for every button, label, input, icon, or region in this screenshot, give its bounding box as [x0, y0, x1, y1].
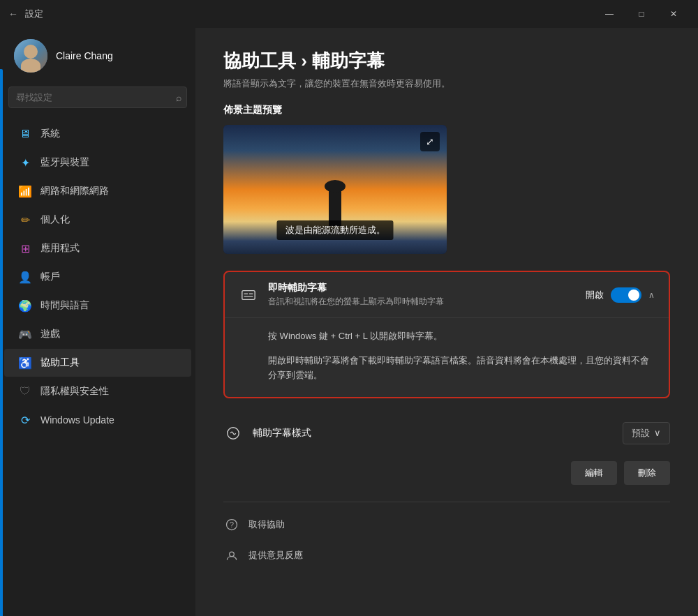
svg-rect-0	[242, 290, 255, 299]
avatar-image	[14, 39, 47, 73]
sidebar-item-label: 藍牙與裝置	[40, 156, 89, 169]
gaming-icon: 🎮	[18, 327, 32, 341]
close-button[interactable]: ✕	[658, 0, 690, 28]
shortcut-text: 按 Windows 鍵 + Ctrl + L 以開啟即時字幕。	[268, 329, 655, 344]
sidebar-item-accessibility[interactable]: ♿ 協助工具	[4, 349, 191, 377]
captions-description: 音訊和視訊將在您的螢幕上顯示為即時輔助字幕	[268, 296, 444, 308]
dropdown-chevron-icon: ∨	[654, 428, 661, 438]
search-input[interactable]	[8, 87, 187, 108]
toggle-label: 開啟	[586, 289, 604, 301]
page-subtitle: 將語音顯示為文字，讓您的裝置在無音效時更容易使用。	[223, 77, 670, 90]
get-help-label: 取得協助	[248, 518, 285, 531]
captions-header-left: 即時輔助字幕 音訊和視訊將在您的螢幕上顯示為即時輔助字幕	[239, 282, 444, 308]
svg-point-7	[230, 552, 235, 557]
get-help-link[interactable]: ? 取得協助	[223, 509, 670, 540]
theme-preview: 波是由能源流動所造成。 ⤢	[223, 125, 447, 254]
accessibility-icon: ♿	[18, 356, 32, 370]
profile-area[interactable]: Claire Chang	[0, 28, 195, 87]
sidebar-item-label: 協助工具	[40, 356, 80, 369]
captions-title-block: 即時輔助字幕 音訊和視訊將在您的螢幕上顯示為即時輔助字幕	[268, 282, 444, 308]
sidebar-item-label: 帳戶	[40, 271, 60, 283]
sidebar-item-personal[interactable]: ✏ 個人化	[4, 206, 191, 234]
maximize-button[interactable]: □	[625, 0, 658, 28]
update-icon: ⟳	[18, 413, 32, 427]
sidebar-item-bluetooth[interactable]: ✦ 藍牙與裝置	[4, 149, 191, 176]
main-layout: Claire Chang ⌕ 🖥 系統 ✦ 藍牙與裝置 📶 網路和網際網路 ✏	[0, 28, 698, 616]
sidebar-item-apps[interactable]: ⊞ 應用程式	[4, 234, 191, 262]
account-icon: 👤	[18, 270, 32, 284]
svg-text:?: ?	[230, 520, 234, 529]
captions-icon	[239, 285, 258, 305]
sidebar-item-gaming[interactable]: 🎮 遊戲	[4, 320, 191, 348]
sidebar-item-label: 網路和網際網路	[40, 185, 109, 197]
sidebar-item-label: 遊戲	[40, 328, 60, 340]
feedback-link[interactable]: 提供意見反應	[223, 540, 670, 571]
style-title: 輔助字幕樣式	[253, 427, 311, 440]
captions-header[interactable]: 即時輔助字幕 音訊和視訊將在您的螢幕上顯示為即時輔助字幕 開啟 ∧	[225, 272, 669, 317]
page-breadcrumb: 協助工具 › 輔助字幕	[223, 49, 670, 73]
time-icon: 🌍	[18, 299, 32, 313]
captions-header-right: 開啟 ∧	[586, 287, 655, 303]
info-text: 開啟即時輔助字幕將會下載即時輔助字幕語言檔案。語音資料將會在本機處理，且您的資料…	[268, 354, 655, 383]
sidebar-item-update[interactable]: ⟳ Windows Update	[4, 406, 191, 434]
active-indicator	[0, 69, 3, 617]
title-bar: ← 設定 — □ ✕	[0, 0, 698, 28]
apps-icon: ⊞	[18, 241, 32, 255]
sidebar-item-label: 應用程式	[40, 242, 80, 255]
sidebar-item-label: 隱私權與安全性	[40, 385, 109, 398]
privacy-icon: 🛡	[18, 384, 32, 398]
sidebar-item-network[interactable]: 📶 網路和網際網路	[4, 177, 191, 205]
caption-overlay: 波是由能源流動所造成。	[277, 220, 394, 240]
sidebar-item-label: Windows Update	[40, 414, 114, 426]
caption-style-row: 輔助字幕樣式 預設 ∨	[223, 412, 670, 454]
live-captions-card: 即時輔助字幕 音訊和視訊將在您的螢幕上顯示為即時輔助字幕 開啟 ∧ 按 Wind…	[223, 271, 670, 398]
edit-button[interactable]: 編輯	[571, 461, 617, 485]
style-icon	[223, 423, 243, 443]
sidebar-item-privacy[interactable]: 🛡 隱私權與安全性	[4, 377, 191, 405]
minimize-button[interactable]: —	[593, 0, 625, 28]
back-button[interactable]: ←	[8, 8, 18, 20]
help-section: ? 取得協助 提供意見反應	[223, 509, 670, 571]
delete-button[interactable]: 刪除	[624, 461, 670, 485]
sidebar-item-time[interactable]: 🌍 時間與語言	[4, 292, 191, 320]
system-icon: 🖥	[18, 127, 32, 141]
page-header: 協助工具 › 輔助字幕 將語音顯示為文字，讓您的裝置在無音效時更容易使用。	[223, 49, 670, 90]
captions-body: 按 Windows 鍵 + Ctrl + L 以開啟即時字幕。 開啟即時輔助字幕…	[225, 317, 669, 396]
action-buttons: 編輯 刪除	[223, 461, 670, 485]
sidebar-item-label: 時間與語言	[40, 299, 89, 312]
get-help-icon: ?	[223, 516, 240, 533]
sidebar-item-label: 系統	[40, 128, 60, 140]
sidebar-item-label: 個人化	[40, 213, 70, 226]
sidebar-item-system[interactable]: 🖥 系統	[4, 120, 191, 148]
window-title: 設定	[25, 8, 43, 20]
feedback-label: 提供意見反應	[248, 549, 303, 562]
divider	[223, 502, 670, 502]
network-icon: 📶	[18, 184, 32, 198]
captions-title: 即時輔助字幕	[268, 282, 444, 294]
search-icon: ⌕	[176, 92, 181, 103]
theme-section-title: 佈景主題預覽	[223, 104, 670, 117]
title-bar-left: ← 設定	[8, 8, 43, 20]
search-box: ⌕	[8, 87, 187, 108]
personalization-icon: ✏	[18, 213, 32, 227]
profile-name: Claire Chang	[56, 50, 113, 61]
expand-preview-button[interactable]: ⤢	[420, 132, 440, 151]
style-current-value: 預設	[632, 427, 650, 440]
title-bar-controls: — □ ✕	[593, 0, 690, 28]
chevron-up-icon: ∧	[648, 290, 655, 300]
sidebar: Claire Chang ⌕ 🖥 系統 ✦ 藍牙與裝置 📶 網路和網際網路 ✏	[0, 28, 195, 616]
sidebar-item-account[interactable]: 👤 帳戶	[4, 263, 191, 291]
avatar	[14, 39, 47, 73]
live-captions-toggle[interactable]	[611, 287, 641, 303]
sidebar-nav: 🖥 系統 ✦ 藍牙與裝置 📶 網路和網際網路 ✏ 個人化 ⊞ 應用程式 👤 帳	[0, 117, 195, 616]
feedback-icon	[223, 547, 240, 564]
bluetooth-icon: ✦	[18, 156, 32, 170]
style-left: 輔助字幕樣式	[223, 423, 311, 443]
content-area: 協助工具 › 輔助字幕 將語音顯示為文字，讓您的裝置在無音效時更容易使用。 佈景…	[195, 28, 698, 616]
style-dropdown[interactable]: 預設 ∨	[623, 422, 670, 444]
